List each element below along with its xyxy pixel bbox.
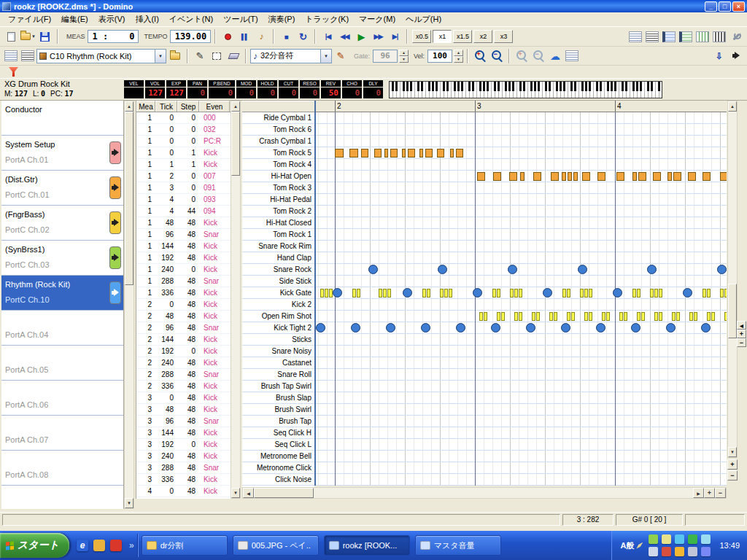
scroll-track[interactable] bbox=[314, 488, 693, 498]
chevron-down-icon[interactable]: ▼ bbox=[320, 50, 331, 63]
note-circle[interactable] bbox=[333, 288, 342, 298]
menu-help[interactable]: ヘルプ(H) bbox=[400, 12, 446, 27]
taskbar-task-paint[interactable]: 005.JPG - ペイ.. bbox=[233, 535, 319, 556]
event-row[interactable]: 140093 bbox=[136, 194, 231, 206]
track-row-porta-ch-05[interactable]: PortA Ch.05 bbox=[1, 346, 123, 381]
note-tick[interactable] bbox=[584, 312, 588, 321]
event-row[interactable]: 100000 bbox=[136, 112, 231, 124]
minimize-button[interactable]: _ bbox=[705, 1, 717, 12]
note-circle[interactable] bbox=[631, 323, 640, 332]
event-row[interactable]: 133648Kick bbox=[136, 287, 231, 299]
note-block[interactable] bbox=[402, 149, 406, 158]
chevron-down-icon[interactable]: ▼ bbox=[155, 50, 166, 63]
drum-row-kick-gate[interactable]: Kick Gate bbox=[242, 287, 314, 299]
note-circle[interactable] bbox=[351, 323, 360, 332]
note-tick[interactable] bbox=[720, 289, 724, 298]
note-tick[interactable] bbox=[602, 312, 605, 321]
note-block[interactable] bbox=[419, 149, 423, 158]
measure-field[interactable]: 1 : 0 bbox=[88, 30, 139, 43]
mail-icon[interactable] bbox=[93, 540, 105, 551]
note-tick[interactable] bbox=[519, 289, 522, 298]
open-file-button[interactable]: ▼ bbox=[20, 28, 36, 44]
event-row[interactable]: 128848Snar bbox=[136, 276, 231, 287]
note-block[interactable] bbox=[720, 172, 727, 181]
ime-bar[interactable]: A般 bbox=[621, 540, 643, 551]
note-block[interactable] bbox=[425, 149, 433, 158]
measure-ruler[interactable]: 234 bbox=[316, 101, 727, 112]
note-circle[interactable] bbox=[717, 265, 727, 274]
scroll-thumb[interactable] bbox=[125, 112, 133, 285]
note-tick[interactable] bbox=[654, 312, 658, 321]
menu-tool[interactable]: ツール(T) bbox=[218, 12, 263, 27]
note-block[interactable] bbox=[456, 149, 463, 158]
note-tick[interactable] bbox=[580, 289, 584, 298]
drum-row-click-noise[interactable]: Click Noise bbox=[242, 474, 314, 486]
pause-button[interactable]: ▌▌ bbox=[236, 28, 252, 44]
note-tick[interactable] bbox=[711, 312, 715, 321]
drum-row-snare-rock[interactable]: Snare Rock bbox=[242, 264, 314, 276]
note-block[interactable] bbox=[361, 149, 368, 158]
spin-up-icon[interactable]: ▲ bbox=[454, 50, 463, 56]
track-row-fngrbass[interactable]: (FngrBass)PortC Ch.02 bbox=[1, 206, 123, 241]
note-tick[interactable] bbox=[624, 312, 627, 321]
note-circle[interactable] bbox=[613, 288, 622, 298]
tray-display-icon[interactable] bbox=[649, 547, 658, 556]
drum-row-metronome-bell[interactable]: Metronome Bell bbox=[242, 451, 314, 462]
note-tick[interactable] bbox=[514, 312, 518, 321]
taskbar-task-domino[interactable]: rookz [ROOK... bbox=[324, 535, 410, 556]
event-row[interactable]: 3048Kick bbox=[136, 392, 231, 404]
note-circle[interactable] bbox=[578, 265, 587, 274]
note-tick[interactable] bbox=[532, 312, 535, 321]
drum-row-hand-clap[interactable]: Hand Clap bbox=[242, 252, 314, 264]
menu-mark[interactable]: マーク(M) bbox=[354, 12, 400, 27]
menu-insert[interactable]: 挿入(I) bbox=[130, 12, 163, 27]
tray-messenger-icon[interactable] bbox=[688, 534, 697, 544]
track-row-dist-gtr[interactable]: (Dist.Gtr)PortC Ch.01 bbox=[1, 171, 123, 206]
loop-button[interactable]: ↻ bbox=[295, 28, 311, 44]
taskbar-task-volume[interactable]: マスタ音量 bbox=[415, 535, 501, 556]
note-tick[interactable] bbox=[637, 312, 640, 321]
note-block[interactable] bbox=[390, 149, 398, 158]
drum-row-kick-2[interactable]: Kick 2 bbox=[242, 299, 314, 311]
drum-row-open-rim-shot[interactable]: Open Rim Shot bbox=[242, 311, 314, 322]
track-row-porta-ch-08[interactable]: PortA Ch.08 bbox=[1, 451, 123, 486]
tempo-field[interactable]: 139.00 bbox=[170, 30, 211, 43]
track-row-system-setup[interactable]: System SetupPortA Ch.01 bbox=[1, 136, 123, 171]
program-button[interactable] bbox=[167, 48, 183, 64]
gate-field[interactable]: 96 bbox=[373, 50, 398, 63]
score-view-button[interactable] bbox=[644, 28, 660, 44]
note-tick[interactable] bbox=[427, 289, 430, 298]
monitor-button[interactable] bbox=[728, 48, 744, 64]
track-monitor-tab[interactable] bbox=[109, 211, 121, 234]
drum-row-ride-cymbal-1[interactable]: Ride Cymbal 1 bbox=[242, 112, 314, 124]
track-row-synbrss1[interactable]: (SynBrss1)PortC Ch.03 bbox=[1, 241, 123, 276]
track-row-porta-ch-07[interactable]: PortA Ch.07 bbox=[1, 416, 123, 451]
note-block[interactable] bbox=[632, 172, 637, 181]
start-button[interactable]: スタート bbox=[0, 533, 69, 558]
zoom-out-button[interactable]: − bbox=[489, 48, 505, 64]
event-row[interactable]: 2048Kick bbox=[136, 299, 231, 311]
event-row[interactable]: 114448Kick bbox=[136, 241, 231, 252]
scroll-right-icon[interactable]: ▶ bbox=[693, 488, 704, 498]
event-row[interactable]: 14848Kick bbox=[136, 217, 231, 229]
track-monitor-tab[interactable] bbox=[109, 176, 121, 199]
eraser-tool-button[interactable] bbox=[225, 48, 241, 64]
note-tick[interactable] bbox=[571, 312, 575, 321]
note-block[interactable] bbox=[450, 149, 454, 158]
event-row[interactable]: 4048Kick bbox=[136, 486, 231, 497]
note-circle[interactable] bbox=[456, 323, 465, 332]
note-tick[interactable] bbox=[694, 312, 697, 321]
drum-row-snare-roll[interactable]: Snare Roll bbox=[242, 369, 314, 381]
drum-row-tom-rock-4[interactable]: Tom Rock 4 bbox=[242, 159, 314, 171]
note-block[interactable] bbox=[335, 149, 344, 158]
drum-row-brush-tap-swirl[interactable]: Brush Tap Swirl bbox=[242, 381, 314, 392]
event-row[interactable]: 328848Snar bbox=[136, 462, 231, 474]
close-button[interactable]: × bbox=[732, 1, 745, 12]
note-tick[interactable] bbox=[632, 289, 636, 298]
vel-field[interactable]: 100 bbox=[427, 50, 452, 63]
speed-x3-button[interactable]: x3 bbox=[494, 30, 513, 43]
note-block[interactable] bbox=[551, 172, 559, 181]
drum-row-crash-cymbal-1[interactable]: Crash Cymbal 1 bbox=[242, 136, 314, 147]
event-row[interactable]: 1444094 bbox=[136, 206, 231, 217]
note-block[interactable] bbox=[568, 172, 572, 181]
